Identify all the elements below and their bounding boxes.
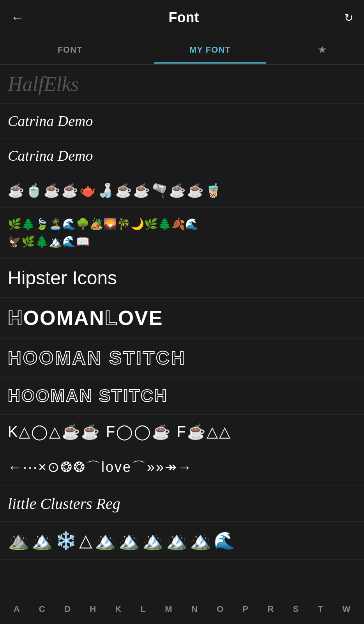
alpha-N[interactable]: N: [188, 602, 201, 616]
font-list: Catrina Demo Catrina Demo ☕🍵☕☕🫖🍶☕☕🫗☕☕🧋 🌿…: [0, 104, 364, 560]
font-label: little Clusters Reg: [8, 495, 120, 513]
font-item-hooman-stitch-1[interactable]: HOOMAN STITCH: [0, 339, 364, 378]
alpha-H[interactable]: H: [87, 602, 99, 616]
tab-favorites[interactable]: ★: [280, 35, 364, 64]
font-item-mountains[interactable]: ⛰️🏔️❄️△🏔️🏔️🏔️🏔️🏔️🌊: [0, 522, 364, 560]
font-label: Catrina Demo: [8, 112, 93, 129]
alpha-D[interactable]: D: [61, 602, 74, 616]
font-preview-area: HalfElks: [0, 65, 364, 104]
font-item-little-clusters[interactable]: little Clusters Reg: [0, 486, 364, 522]
font-label: ☕🍵☕☕🫖🍶☕☕🫗☕☕🧋: [8, 182, 223, 199]
alpha-O[interactable]: O: [214, 602, 226, 616]
alpha-P[interactable]: P: [240, 602, 252, 616]
font-item-catrina-1[interactable]: Catrina Demo: [0, 104, 364, 138]
font-item-hipster[interactable]: Hipster Icons: [0, 259, 364, 298]
alpha-R[interactable]: R: [265, 602, 277, 616]
font-item-landscape[interactable]: 🌿🌲🍃🏝️🌊🌳🏕️🌄🎋🌙🌿🌲🍂🌊 🦅🌿🌲🏔️🌊📖: [0, 208, 364, 258]
alpha-K[interactable]: K: [112, 602, 124, 616]
alpha-C[interactable]: C: [36, 602, 48, 616]
font-label: Hipster Icons: [8, 267, 117, 289]
font-label: HOOMAN STITCH: [8, 386, 168, 406]
hooman-h: H: [8, 306, 23, 330]
font-label: HOOMAN LOVE: [8, 306, 163, 330]
font-item-coffee-icons[interactable]: ☕🍵☕☕🫖🍶☕☕🫗☕☕🧋: [0, 173, 364, 208]
alphabet-nav: A C D H K L M N O P R S T W: [0, 594, 364, 624]
alpha-S[interactable]: S: [290, 602, 302, 616]
font-label-2: 🦅🌿🌲🏔️🌊📖: [8, 234, 90, 249]
hooman-ooman: OOMAN: [23, 306, 105, 330]
tab-my-font[interactable]: MY FONT: [140, 36, 280, 64]
font-item-arrows[interactable]: ←···×⊙❂❂⌒love⌒»»↠→: [0, 449, 364, 486]
font-label: K△◯△☕☕ F◯◯☕ F☕△△: [8, 423, 231, 440]
font-item-hooman-love[interactable]: HOOMAN LOVE: [0, 298, 364, 339]
font-label: ←···×⊙❂❂⌒love⌒»»↠→: [8, 458, 193, 477]
font-label: 🌿🌲🍃🏝️🌊🌳🏕️🌄🎋🌙🌿🌲🍂🌊: [8, 216, 199, 232]
font-label: ⛰️🏔️❄️△🏔️🏔️🏔️🏔️🏔️🌊: [8, 530, 237, 551]
hooman-l: L: [105, 306, 118, 330]
font-label: Catrina Demo: [8, 147, 93, 164]
font-label: HOOMAN STITCH: [8, 347, 186, 369]
tabs-bar: FONT MY FONT ★: [0, 35, 364, 65]
alpha-T[interactable]: T: [315, 602, 326, 616]
font-item-catrina-2[interactable]: Catrina Demo: [0, 138, 364, 173]
hooman-ove: OVE: [118, 306, 163, 330]
page-title: Font: [23, 9, 344, 26]
alpha-L[interactable]: L: [138, 602, 149, 616]
refresh-button[interactable]: ↻: [344, 11, 353, 24]
tab-font[interactable]: FONT: [0, 36, 140, 64]
back-button[interactable]: ←: [11, 11, 23, 24]
alpha-W[interactable]: W: [339, 602, 353, 616]
preview-text: HalfElks: [8, 73, 79, 95]
font-item-k-icons[interactable]: K△◯△☕☕ F◯◯☕ F☕△△: [0, 415, 364, 449]
header: ← Font ↻: [0, 0, 364, 35]
alpha-A[interactable]: A: [11, 602, 23, 616]
font-item-hooman-stitch-2[interactable]: HOOMAN STITCH: [0, 378, 364, 415]
alpha-M[interactable]: M: [162, 602, 175, 616]
